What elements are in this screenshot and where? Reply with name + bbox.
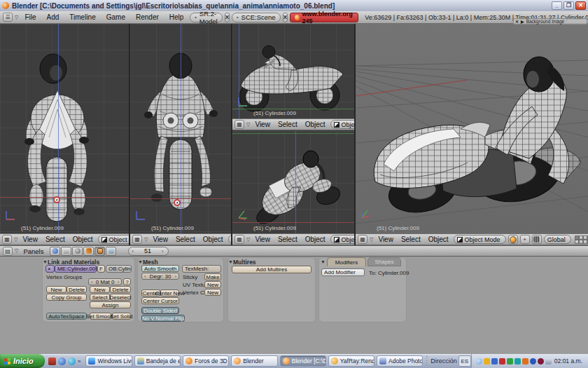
- menu-render[interactable]: Render: [132, 13, 163, 21]
- degr-stepper[interactable]: ‹Degr: 30›: [141, 273, 179, 280]
- tray-icon-7[interactable]: [530, 358, 536, 364]
- tray-icon-4[interactable]: [507, 358, 513, 364]
- scene-close-icon[interactable]: X: [283, 13, 288, 22]
- copy-group-button[interactable]: Copy Group: [46, 294, 87, 301]
- tray-monitor-icon[interactable]: [545, 358, 552, 364]
- autotexspace-button[interactable]: AutoTexSpace: [46, 313, 87, 320]
- select-menu[interactable]: Select: [275, 236, 300, 243]
- tray-hidden-icons-icon[interactable]: [476, 358, 482, 364]
- viewport-type-icon[interactable]: ▦: [234, 120, 244, 129]
- window-type-icon[interactable]: ▤: [3, 247, 13, 256]
- select-menu[interactable]: Select: [43, 236, 68, 243]
- language-indicator[interactable]: ES: [458, 355, 471, 367]
- task-inbox[interactable]: Bandeja de entrada -...: [134, 355, 181, 367]
- header-collapse-icon[interactable]: ▽: [15, 15, 18, 20]
- tray-icon-6[interactable]: [522, 358, 528, 364]
- address-toolbar-label[interactable]: Dirección: [429, 357, 458, 364]
- view-menu[interactable]: View: [20, 236, 41, 243]
- object-context-icon[interactable]: [83, 247, 94, 256]
- screen-dropdown[interactable]: ▪SR:2-Model: [190, 13, 222, 22]
- task-yafray[interactable]: YafRay:Render: [328, 355, 374, 367]
- background-image-panel[interactable]: ✕ ▶ Background Image: [513, 18, 587, 25]
- mode-dropdown[interactable]: Object Mode: [228, 235, 231, 244]
- task-firefox[interactable]: Foros de 3D Gazpach...: [183, 355, 229, 367]
- mode-dropdown[interactable]: Object Mode: [454, 235, 506, 244]
- center-new-button[interactable]: Center New: [160, 289, 179, 297]
- add-modifier-button[interactable]: Add Modifier: [321, 268, 365, 276]
- header-menu-icon[interactable]: ▽: [15, 248, 18, 254]
- viewport-type-icon[interactable]: ▦: [358, 235, 368, 244]
- material-index-stepper[interactable]: ‹0 Mat 0›: [88, 278, 122, 285]
- viewport-type-icon[interactable]: ▦: [2, 235, 12, 244]
- frame-stepper[interactable]: ‹ 51 ›: [128, 247, 169, 256]
- scene-dropdown[interactable]: ▪SCE:Scene: [232, 13, 281, 22]
- view-menu[interactable]: View: [252, 121, 273, 128]
- menu-game[interactable]: Game: [102, 13, 130, 21]
- select-button[interactable]: Select: [90, 294, 110, 301]
- blender-version-button[interactable]: www.blender.org 245: [290, 13, 358, 22]
- start-button[interactable]: Inicio: [0, 354, 45, 368]
- object-menu[interactable]: Object: [302, 121, 328, 128]
- object-menu[interactable]: Object: [426, 236, 451, 243]
- sticky-make-button[interactable]: Make: [204, 273, 221, 280]
- set-smooth-button[interactable]: Set Smooth: [90, 313, 111, 320]
- manipulator-icon[interactable]: [532, 235, 542, 244]
- task-blender[interactable]: Blender: [231, 355, 277, 367]
- menu-timeline[interactable]: Timeline: [65, 13, 99, 21]
- window-type-icon[interactable]: ☰: [3, 13, 13, 22]
- vgroup-new-button[interactable]: New: [46, 286, 66, 293]
- select-menu[interactable]: Select: [275, 121, 300, 128]
- mesh-name-field[interactable]: ME:Cylinder.009: [55, 265, 97, 273]
- layer-buttons[interactable]: [575, 236, 588, 244]
- draw-type-icon[interactable]: [508, 235, 518, 244]
- panel-close-icon[interactable]: ✕: [515, 19, 519, 24]
- tab-modifiers[interactable]: Modifiers: [327, 257, 366, 266]
- viewport-divider[interactable]: [129, 24, 130, 245]
- view-menu[interactable]: View: [375, 236, 396, 243]
- uv-texture-new-button[interactable]: New: [204, 281, 221, 288]
- double-sided-button[interactable]: Double Sided: [141, 307, 179, 314]
- panels-menu[interactable]: Panels: [20, 247, 46, 255]
- center-cursor-button[interactable]: Center Cursor: [141, 297, 179, 304]
- fake-user-button[interactable]: F: [97, 265, 105, 273]
- quick-launch-icon-1[interactable]: [48, 357, 56, 365]
- mode-dropdown[interactable]: Object Mode: [98, 235, 129, 244]
- mesh-browse-icon[interactable]: ▪: [46, 265, 55, 273]
- header-menu-icon[interactable]: ▽: [370, 237, 373, 243]
- tray-icon-1[interactable]: [484, 358, 490, 364]
- no-vnormal-flip-button[interactable]: No V.Normal Flip: [141, 315, 185, 322]
- task-photoshop[interactable]: Adobe Photoshop: [377, 355, 423, 367]
- header-menu-icon[interactable]: ▽: [144, 237, 148, 243]
- tab-shapes[interactable]: Shapes: [368, 257, 401, 266]
- object-menu[interactable]: Object: [70, 236, 96, 243]
- add-multires-button[interactable]: Add Multires: [232, 266, 312, 273]
- auto-smooth-button[interactable]: Auto Smooth: [141, 265, 179, 272]
- header-menu-icon[interactable]: ▽: [246, 237, 250, 243]
- restore-button[interactable]: ❐: [564, 1, 574, 10]
- assign-button[interactable]: Assign: [90, 301, 131, 308]
- header-menu-icon[interactable]: ▽: [246, 122, 250, 128]
- deselect-button[interactable]: Deselect: [110, 294, 131, 301]
- scene-context-icon[interactable]: [106, 247, 116, 256]
- material-new-button[interactable]: New: [90, 286, 110, 293]
- set-solid-button[interactable]: Set Solid: [112, 313, 131, 320]
- viewport-divider[interactable]: [231, 24, 232, 245]
- task-blender-active[interactable]: Blender [C:\Documen...: [280, 355, 326, 367]
- object-menu[interactable]: Object: [302, 236, 328, 243]
- material-help-button[interactable]: ?: [123, 278, 131, 285]
- quick-launch-icon-2[interactable]: [58, 357, 66, 365]
- menu-add[interactable]: Add: [43, 13, 64, 21]
- viewport-perspective[interactable]: (51) Cylinder.009: [356, 24, 588, 233]
- object-menu[interactable]: Object: [200, 236, 226, 243]
- viewport-type-icon[interactable]: ▦: [132, 235, 142, 244]
- viewport-rear[interactable]: (51) Cylinder.009: [130, 24, 231, 233]
- tray-icon-3[interactable]: [499, 358, 505, 364]
- task-messenger[interactable]: Windows Live Messen...: [85, 355, 132, 367]
- pivot-icon[interactable]: +: [520, 235, 530, 244]
- header-menu-icon[interactable]: ▽: [14, 237, 18, 243]
- viewport-front[interactable]: (51) Cylinder.009: [0, 24, 129, 233]
- close-button[interactable]: ✕: [575, 1, 586, 10]
- menu-help[interactable]: Help: [165, 13, 188, 21]
- quick-launch-overflow-icon[interactable]: »: [78, 358, 80, 364]
- tray-icon-2[interactable]: [491, 358, 498, 364]
